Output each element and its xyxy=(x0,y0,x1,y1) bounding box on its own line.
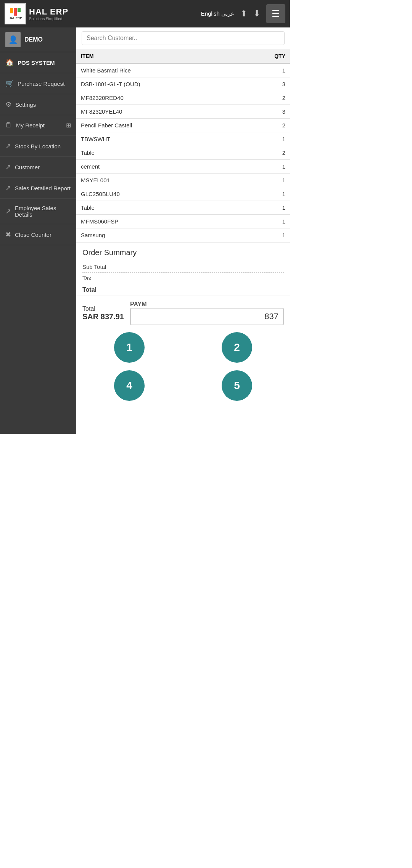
numpad-1[interactable]: 1 xyxy=(114,332,145,363)
sidebar-item-customer[interactable]: ↗Customer xyxy=(0,157,76,178)
close-counter-icon: ✖ xyxy=(5,230,11,239)
cell-item: White Basmati Rice xyxy=(76,63,241,77)
table-row: Pencil Faber Castell2 xyxy=(76,119,290,132)
sidebar-label-close-counter: Close Counter xyxy=(15,231,52,238)
sidebar-label-stock-by-location: Stock By Location xyxy=(15,143,61,149)
numpad-4[interactable]: 4 xyxy=(114,370,145,401)
sidebar: 👤 DEMO 🏠POS SYSTEM🛒Purchase Request⚙Sett… xyxy=(0,27,76,434)
cell-item: Samsung xyxy=(76,228,241,242)
logo-area: HAL ERP HAL ERP Solutions Simplified xyxy=(5,3,68,24)
my-receipt-icon: 🗒 xyxy=(5,121,12,129)
main-layout: 👤 DEMO 🏠POS SYSTEM🛒Purchase Request⚙Sett… xyxy=(0,27,290,434)
sidebar-item-stock-by-location[interactable]: ↗Stock By Location xyxy=(0,136,76,157)
cell-item: TBWSWHT xyxy=(76,132,241,146)
sidebar-label-settings: Settings xyxy=(15,101,36,108)
cell-qty: 2 xyxy=(241,119,290,132)
col-item: ITEM xyxy=(76,49,241,63)
footer-total-amount: SAR 837.91 xyxy=(82,312,124,321)
sidebar-item-employee-sales-details[interactable]: ↗Employee Sales Details xyxy=(0,199,76,224)
search-input[interactable] xyxy=(82,31,285,45)
col-qty: QTY xyxy=(241,49,290,63)
table-row: White Basmati Rice1 xyxy=(76,63,290,77)
cell-item: cement xyxy=(76,160,241,174)
cell-item: Pencil Faber Castell xyxy=(76,119,241,132)
table-header-row: ITEM QTY xyxy=(76,49,290,63)
total-label-section: Total SAR 837.91 xyxy=(82,305,124,321)
cell-item: Table xyxy=(76,201,241,215)
cell-qty: 1 xyxy=(241,228,290,242)
cell-qty: 1 xyxy=(241,215,290,228)
numpad-row-2: 4 5 xyxy=(76,368,290,406)
table-row: Table2 xyxy=(76,146,290,160)
table-row: Samsung1 xyxy=(76,228,290,242)
language-toggle[interactable]: English عربي xyxy=(201,10,234,17)
table-row: Table1 xyxy=(76,201,290,215)
cell-item: MFMS060FSP xyxy=(76,215,241,228)
numpad-2[interactable]: 2 xyxy=(222,332,252,363)
avatar: 👤 xyxy=(5,32,21,47)
table-row: MSYEL0011 xyxy=(76,174,290,187)
items-table: ITEM QTY White Basmati Rice1DSB-1801-GL-… xyxy=(76,49,290,242)
sidebar-item-sales-detailed-report[interactable]: ↗Sales Detailed Report xyxy=(0,178,76,199)
customer-icon: ↗ xyxy=(5,163,11,171)
cell-qty: 3 xyxy=(241,77,290,91)
payment-input[interactable] xyxy=(130,308,284,325)
logo-text: HAL ERP xyxy=(29,7,68,17)
footer-total: Total SAR 837.91 PAYM xyxy=(76,296,290,330)
menu-button[interactable]: ☰ xyxy=(266,4,285,23)
order-summary: Order Summary Sub Total Tax Total xyxy=(76,242,290,296)
total-label: Total xyxy=(82,286,97,293)
cell-item: Table xyxy=(76,146,241,160)
tax-label: Tax xyxy=(82,275,91,281)
table-row: TBWSWHT1 xyxy=(76,132,290,146)
subtotal-label: Sub Total xyxy=(82,264,106,270)
header: HAL ERP HAL ERP Solutions Simplified Eng… xyxy=(0,0,290,27)
pos-system-icon: 🏠 xyxy=(5,58,14,67)
download-icon[interactable]: ⬇ xyxy=(253,9,260,19)
sidebar-label-customer: Customer xyxy=(15,164,40,170)
user-name: DEMO xyxy=(24,36,43,43)
cell-item: GLC250BLU40 xyxy=(76,187,241,201)
sidebar-label-my-receipt: My Receipt xyxy=(16,122,45,129)
cell-qty: 1 xyxy=(241,63,290,77)
numpad-area: 1 2 xyxy=(76,330,290,368)
items-table-container: ITEM QTY White Basmati Rice1DSB-1801-GL-… xyxy=(76,49,290,242)
upload-icon[interactable]: ⬆ xyxy=(240,9,247,19)
sidebar-item-settings[interactable]: ⚙Settings xyxy=(0,94,76,115)
table-row: cement1 xyxy=(76,160,290,174)
table-row: MF82320RED402 xyxy=(76,91,290,105)
cell-qty: 1 xyxy=(241,132,290,146)
sales-detailed-report-icon: ↗ xyxy=(5,184,11,192)
sidebar-label-sales-detailed-report: Sales Detailed Report xyxy=(15,185,71,191)
tax-line: Tax xyxy=(82,272,284,284)
logo-box: HAL ERP xyxy=(5,3,26,24)
sidebar-item-close-counter[interactable]: ✖Close Counter xyxy=(0,224,76,245)
sidebar-item-purchase-request[interactable]: 🛒Purchase Request xyxy=(0,73,76,94)
sidebar-label-purchase-request: Purchase Request xyxy=(18,80,64,87)
table-row: DSB-1801-GL-T (OUD)3 xyxy=(76,77,290,91)
footer-total-label: Total xyxy=(82,305,124,312)
search-bar xyxy=(76,27,290,49)
sidebar-item-my-receipt[interactable]: 🗒My Receipt⊞ xyxy=(0,115,76,136)
header-right: English عربي ⬆ ⬇ ☰ xyxy=(201,4,285,23)
sidebar-label-pos-system: POS SYSTEM xyxy=(18,59,55,66)
cell-item: MF82320YEL40 xyxy=(76,105,241,119)
cell-qty: 1 xyxy=(241,174,290,187)
cell-item: DSB-1801-GL-T (OUD) xyxy=(76,77,241,91)
sidebar-nav: 🏠POS SYSTEM🛒Purchase Request⚙Settings🗒My… xyxy=(0,52,76,245)
purchase-request-icon: 🛒 xyxy=(5,79,14,88)
settings-icon: ⚙ xyxy=(5,100,11,109)
payment-section: PAYM xyxy=(130,301,284,325)
right-panel: ITEM QTY White Basmati Rice1DSB-1801-GL-… xyxy=(76,27,290,434)
cell-item: MF82320RED40 xyxy=(76,91,241,105)
my-receipt-expand-icon: ⊞ xyxy=(66,122,71,129)
table-row: MFMS060FSP1 xyxy=(76,215,290,228)
sidebar-item-pos-system[interactable]: 🏠POS SYSTEM xyxy=(0,52,76,73)
cell-qty: 1 xyxy=(241,160,290,174)
sidebar-label-employee-sales-details: Employee Sales Details xyxy=(15,205,71,218)
cell-qty: 2 xyxy=(241,91,290,105)
logo-sub: Solutions Simplified xyxy=(29,17,68,21)
table-row: GLC250BLU401 xyxy=(76,187,290,201)
numpad-5[interactable]: 5 xyxy=(222,370,252,401)
cell-qty: 1 xyxy=(241,187,290,201)
